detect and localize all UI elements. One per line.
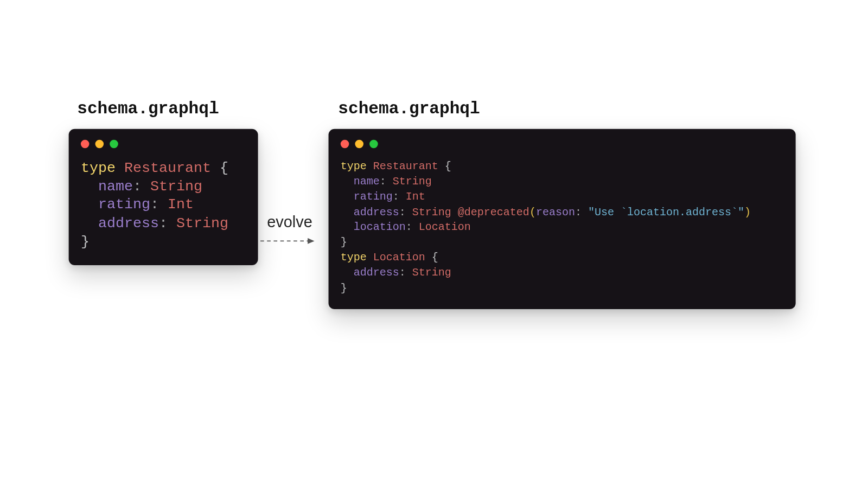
code-typename: Restaurant [124, 159, 211, 176]
code-field: address [98, 215, 159, 232]
code-punct: : [575, 206, 588, 218]
left-code-window: type Restaurant { name: String rating: I… [69, 129, 258, 265]
window-traffic-lights [81, 140, 246, 149]
code-brace: } [81, 234, 90, 250]
code-type: String [150, 178, 202, 195]
code-brace: { [438, 161, 451, 172]
code-type: Location [419, 221, 471, 233]
code-punct: : [133, 178, 150, 195]
code-type: String [176, 215, 228, 232]
zoom-icon [369, 140, 378, 149]
code-type: Int [406, 191, 425, 203]
code-paren: ) [744, 206, 751, 218]
code-field: name [354, 176, 380, 188]
code-typename: Location [373, 251, 425, 263]
code-brace: { [211, 159, 228, 176]
code-keyword: type [81, 159, 116, 176]
close-icon [341, 140, 349, 149]
code-field: rating [98, 197, 150, 213]
code-param: reason [536, 206, 575, 218]
code-brace: } [341, 236, 347, 248]
close-icon [81, 140, 90, 149]
code-type: String [393, 176, 432, 188]
code-field: rating [354, 191, 393, 203]
code-field: name [98, 178, 133, 195]
window-traffic-lights [341, 140, 784, 149]
right-code-window: type Restaurant { name: String rating: I… [329, 129, 796, 309]
left-code: type Restaurant { name: String rating: I… [81, 159, 246, 252]
code-brace: } [341, 281, 347, 293]
code-directive: @deprecated [458, 206, 529, 218]
code-type: String [412, 266, 451, 278]
code-field: address [354, 206, 399, 218]
code-typename: Restaurant [373, 161, 438, 172]
code-punct: : [406, 221, 419, 233]
code-keyword: type [341, 161, 367, 172]
zoom-icon [110, 140, 118, 149]
code-field: address [354, 266, 399, 278]
minimize-icon [95, 140, 104, 149]
code-punct: : [393, 191, 406, 203]
code-type: Int [168, 197, 194, 213]
right-filename: schema.graphql [338, 99, 480, 118]
code-punct: : [399, 266, 412, 278]
code-paren: ( [529, 206, 536, 218]
code-space [451, 206, 458, 218]
code-type: String [412, 206, 451, 218]
left-filename: schema.graphql [77, 99, 219, 118]
arrow-icon [259, 235, 320, 247]
code-brace: { [425, 251, 438, 263]
code-punct: : [399, 206, 412, 218]
code-punct: : [159, 215, 176, 232]
minimize-icon [355, 140, 363, 149]
code-field: location [354, 221, 406, 233]
code-punct: : [380, 176, 393, 188]
arrow-label: evolve [267, 213, 312, 231]
code-string: "Use `location.address`" [588, 206, 744, 218]
code-keyword: type [341, 251, 367, 263]
code-punct: : [150, 197, 168, 213]
right-code: type Restaurant { name: String rating: I… [341, 159, 784, 296]
